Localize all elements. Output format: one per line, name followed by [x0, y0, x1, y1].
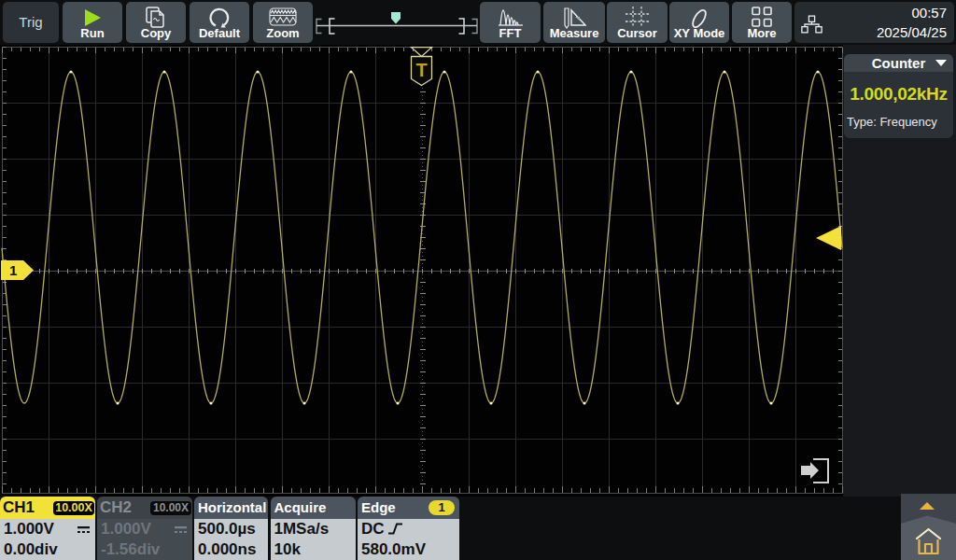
svg-text:T: T [415, 60, 427, 80]
svg-text:1: 1 [9, 262, 17, 278]
